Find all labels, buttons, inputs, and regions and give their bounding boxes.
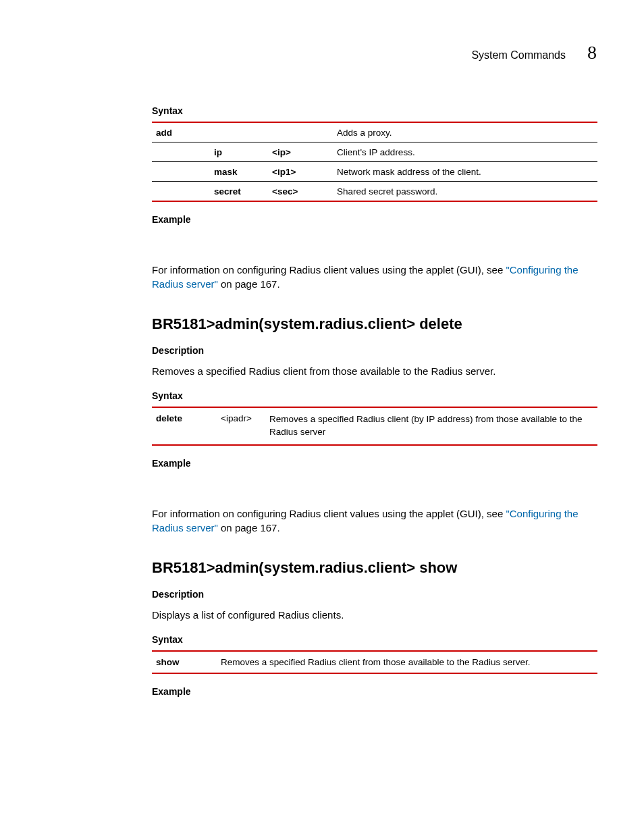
sub-cell: secret	[214, 186, 272, 197]
desc-cell: Network mask address of the client.	[337, 167, 597, 177]
syntax-table-show: show Removes a specified Radius client f…	[152, 650, 597, 674]
command-heading-show: BR5181>admin(system.radius.client> show	[152, 559, 597, 577]
example-label: Example	[152, 458, 597, 469]
table-row: add Adds a proxy.	[152, 123, 597, 142]
arg-cell: <sec>	[272, 186, 337, 197]
desc-cell: Shared secret password.	[337, 186, 597, 197]
syntax-label: Syntax	[152, 105, 597, 116]
info-paragraph: For information on configuring Radius cl…	[152, 506, 597, 535]
page-content: Syntax add Adds a proxy. ip <ip> Client'…	[152, 93, 597, 702]
example-label: Example	[152, 686, 597, 697]
arg-cell: <ipadr>	[221, 413, 269, 439]
cmd-cell: add	[156, 128, 214, 138]
syntax-label: Syntax	[152, 390, 597, 401]
table-row: mask <ip1> Network mask address of the c…	[152, 162, 597, 182]
sub-cell	[214, 128, 272, 138]
table-row: delete <ipadr> Removes a specified Radiu…	[152, 408, 597, 444]
description-label: Description	[152, 589, 597, 600]
cmd-cell	[156, 186, 214, 197]
header-title: System Commands	[471, 49, 566, 61]
page-header: System Commands 8	[471, 42, 597, 63]
desc-cell: Adds a proxy.	[337, 128, 597, 138]
desc-cell: Removes a specified Radius client (by IP…	[269, 413, 597, 439]
description-text: Displays a list of configured Radius cli…	[152, 608, 597, 622]
info-paragraph: For information on configuring Radius cl…	[152, 263, 597, 291]
example-label: Example	[152, 214, 597, 225]
sub-cell: mask	[214, 167, 272, 177]
desc-cell: Client's IP address.	[337, 147, 597, 157]
info-text-post: on page 167.	[218, 522, 280, 533]
cmd-cell	[156, 147, 214, 157]
info-text: For information on configuring Radius cl…	[152, 264, 506, 276]
desc-cell: Removes a specified Radius client from t…	[221, 657, 597, 667]
cmd-cell: show	[156, 657, 221, 667]
sub-cell: ip	[214, 147, 272, 157]
table-row: show Removes a specified Radius client f…	[152, 652, 597, 673]
table-row: ip <ip> Client's IP address.	[152, 142, 597, 162]
description-label: Description	[152, 345, 597, 356]
chapter-number: 8	[587, 42, 597, 63]
cmd-cell: delete	[156, 413, 221, 439]
syntax-table-delete: delete <ipadr> Removes a specified Radiu…	[152, 407, 597, 446]
description-text: Removes a specified Radius client from t…	[152, 364, 597, 378]
info-text: For information on configuring Radius cl…	[152, 508, 506, 519]
cmd-cell	[156, 167, 214, 177]
table-row: secret <sec> Shared secret password.	[152, 182, 597, 202]
arg-cell: <ip>	[272, 147, 337, 157]
syntax-table-add: add Adds a proxy. ip <ip> Client's IP ad…	[152, 122, 597, 202]
syntax-label: Syntax	[152, 634, 597, 645]
arg-cell: <ip1>	[272, 167, 337, 177]
command-heading-delete: BR5181>admin(system.radius.client> delet…	[152, 315, 597, 333]
info-text-post: on page 167.	[218, 278, 280, 290]
arg-cell	[272, 128, 337, 138]
